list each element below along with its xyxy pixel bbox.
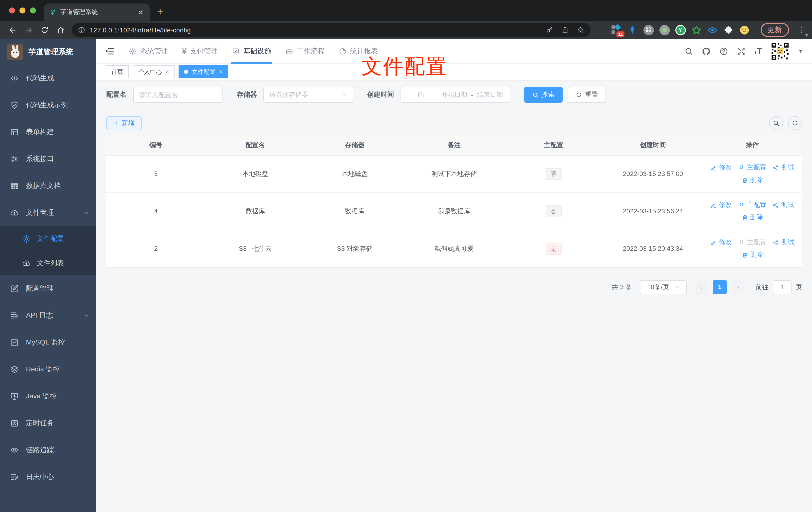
- extension-grid-icon[interactable]: 11: [611, 24, 622, 35]
- sidebar-fold-icon[interactable]: [104, 46, 115, 56]
- extension-gem-icon[interactable]: [627, 24, 638, 35]
- sidebar-item-code-gen[interactable]: 代码生成: [0, 65, 96, 92]
- master-link[interactable]: 主配置: [738, 201, 766, 209]
- delete-label: 删除: [750, 250, 763, 259]
- extension-eye-icon[interactable]: [707, 24, 718, 35]
- password-key-icon[interactable]: [546, 26, 554, 34]
- delete-link[interactable]: 删除: [742, 213, 763, 222]
- window-minimize-button[interactable]: [20, 7, 25, 13]
- extension-star-icon[interactable]: [691, 24, 702, 35]
- master-label: 主配置: [747, 238, 766, 247]
- sidebar-item-api-log[interactable]: API 日志: [0, 302, 96, 329]
- table-tools: [769, 116, 802, 130]
- sidebar-item-label: MySQL 监控: [26, 338, 65, 347]
- reset-button[interactable]: 重置: [568, 87, 606, 103]
- new-tab-button[interactable]: +: [153, 4, 168, 20]
- sidebar-item-mysql-monitor[interactable]: MySQL 监控: [0, 329, 96, 356]
- avatar-caret-icon[interactable]: ▼: [798, 48, 803, 54]
- window-close-button[interactable]: [9, 7, 15, 13]
- reload-button[interactable]: [38, 23, 51, 37]
- date-separator: -: [469, 91, 475, 98]
- tag-home[interactable]: 首页: [106, 65, 129, 78]
- extension-y-icon[interactable]: Y: [675, 24, 686, 35]
- user-avatar[interactable]: [771, 42, 789, 61]
- cell-storage: S3 对象存储: [305, 230, 405, 267]
- trash-icon: [742, 251, 748, 258]
- sidebar-item-file-list[interactable]: 文件列表: [0, 251, 96, 275]
- site-info-icon[interactable]: [78, 26, 85, 34]
- forward-button[interactable]: [22, 23, 35, 37]
- window-zoom-button[interactable]: [30, 7, 36, 13]
- sidebar-item-tracing[interactable]: 链路追踪: [0, 437, 96, 464]
- edit-link[interactable]: 修改: [710, 238, 732, 247]
- sidebar-item-redis-monitor[interactable]: Redis 监控: [0, 356, 96, 383]
- topnav-system[interactable]: 系统管理: [122, 39, 175, 64]
- toolbar-caret-icon[interactable]: ▾: [805, 32, 808, 38]
- sidebar-item-java-monitor[interactable]: Java 监控: [0, 383, 96, 410]
- sidebar-item-config-management[interactable]: 配置管理: [0, 275, 96, 302]
- add-button[interactable]: 新增: [106, 116, 142, 130]
- sidebar-item-form-builder[interactable]: 表单构建: [0, 119, 96, 146]
- browser-menu-icon[interactable]: ⋮: [798, 25, 806, 34]
- extension-dot-icon[interactable]: [659, 24, 670, 35]
- test-link[interactable]: 测试: [773, 238, 794, 247]
- fullscreen-icon[interactable]: [737, 47, 746, 56]
- font-size-icon[interactable]: тT: [754, 46, 762, 56]
- tag-profile[interactable]: 个人中心×: [133, 65, 175, 78]
- bookmark-star-icon[interactable]: [577, 26, 585, 34]
- browser-tab[interactable]: 芋道管理系统 ✕: [44, 3, 150, 21]
- url-bar[interactable]: 127.0.0.1:1024/infra/file/file-config: [72, 23, 590, 37]
- sidebar-item-code-demo[interactable]: 代码生成示例: [0, 92, 96, 119]
- page-size-select[interactable]: 10条/页: [640, 280, 687, 294]
- tag-close-icon[interactable]: ×: [219, 68, 223, 75]
- sidebar-item-file-config[interactable]: 文件配置: [0, 226, 96, 251]
- chrome-update-button[interactable]: 更新: [761, 23, 789, 37]
- next-page-button[interactable]: ›: [732, 280, 745, 294]
- master-link[interactable]: 主配置: [738, 163, 766, 172]
- goto-page-input[interactable]: [773, 280, 791, 294]
- sidebar-item-file-management[interactable]: 文件管理: [0, 200, 96, 226]
- config-name-input[interactable]: [133, 87, 223, 103]
- share-icon[interactable]: [561, 26, 569, 34]
- search-button[interactable]: 搜索: [524, 87, 562, 103]
- search-icon[interactable]: [685, 47, 694, 56]
- extensions-puzzle-icon[interactable]: [723, 24, 734, 35]
- back-button[interactable]: [6, 23, 20, 37]
- delete-link[interactable]: 删除: [742, 250, 763, 259]
- prev-page-button[interactable]: ‹: [695, 280, 708, 294]
- url-text[interactable]: 127.0.0.1:1024/infra/file/file-config: [90, 26, 538, 34]
- extension-emoji-icon[interactable]: [739, 24, 750, 35]
- topnav-payment[interactable]: ¥支付管理: [175, 39, 225, 64]
- topnav-workflow[interactable]: 工作流程: [278, 39, 332, 64]
- annotation-file-config: 文件配置: [361, 53, 447, 80]
- sidebar-item-system-api[interactable]: 系统接口: [0, 146, 96, 173]
- test-link[interactable]: 测试: [773, 201, 794, 209]
- share-icon: [773, 164, 779, 171]
- tag-close-icon[interactable]: ×: [166, 68, 169, 75]
- pencil-icon: [710, 202, 717, 208]
- home-button[interactable]: [54, 23, 67, 37]
- tag-file-config[interactable]: 文件配置×: [179, 65, 228, 78]
- test-link[interactable]: 测试: [773, 163, 794, 172]
- refresh-table-button[interactable]: [788, 116, 802, 130]
- sidebar-item-scheduled-tasks[interactable]: 定时任务: [0, 410, 96, 437]
- edit-link[interactable]: 修改: [710, 201, 732, 209]
- date-range-picker[interactable]: 开始日期 - 结束日期: [401, 87, 510, 103]
- row-actions: 修改 主配置 测试 删除: [703, 238, 801, 259]
- sidebar-item-log-center[interactable]: 日志中心: [0, 464, 96, 490]
- delete-link[interactable]: 删除: [742, 176, 763, 184]
- github-icon[interactable]: [702, 47, 711, 56]
- search-icon: [773, 120, 780, 127]
- storage-select[interactable]: 请选择存储器: [263, 87, 353, 103]
- tab-close-icon[interactable]: ✕: [137, 8, 145, 16]
- cell-time: 2022-03-15 23:57:00: [603, 155, 703, 192]
- help-icon[interactable]: [720, 47, 728, 56]
- yen-icon: ¥: [182, 47, 186, 55]
- topnav-label: 基础设施: [243, 47, 271, 56]
- topnav-infrastructure[interactable]: 基础设施: [225, 39, 278, 64]
- edit-link[interactable]: 修改: [710, 163, 732, 172]
- sidebar-item-db-doc[interactable]: 数据库文档: [0, 173, 96, 200]
- current-page-button[interactable]: 1: [713, 280, 727, 294]
- extension-command-icon[interactable]: ⌘: [643, 24, 654, 35]
- show-search-button[interactable]: [769, 116, 783, 130]
